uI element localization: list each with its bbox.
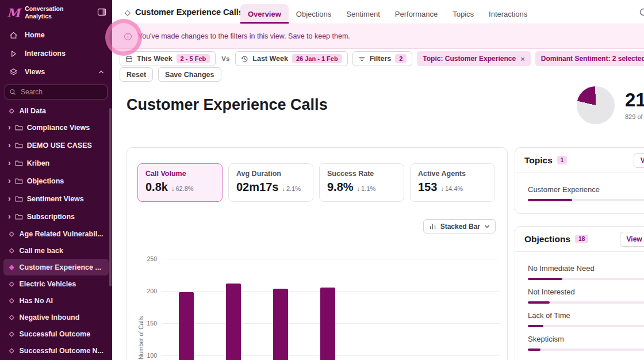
metric-value: 153 xyxy=(418,181,437,194)
refresh-icon[interactable] xyxy=(639,7,644,17)
tab-sentiment[interactable]: Sentiment xyxy=(339,4,388,24)
folder-subscriptions[interactable]: › Subscriptions xyxy=(0,208,112,225)
view-electric-vehicles[interactable]: ◇ Electric Vehicles xyxy=(0,275,112,292)
folder-icon xyxy=(15,159,23,167)
save-changes-button[interactable]: Save Changes xyxy=(158,67,221,82)
view-has-no-ai[interactable]: ◇ Has No AI xyxy=(0,292,112,309)
comparison-range-badge: 26 Jan - 1 Feb xyxy=(292,54,342,63)
sidebar-item-home[interactable]: Home xyxy=(0,26,112,44)
folder-objections[interactable]: › Objections xyxy=(0,172,112,190)
metrics-chart-panel: Call Volume 0.8k 62.8% Avg Duration 02m1… xyxy=(126,147,508,360)
metric-card-success-rate[interactable]: Success Rate 9.8% 1.1% xyxy=(319,163,404,202)
view-label: Successful Outcome xyxy=(19,330,90,338)
calendar-icon xyxy=(125,55,133,63)
chevron-up-icon[interactable] xyxy=(98,69,104,75)
view-successful-outcome[interactable]: ◇ Successful Outcome xyxy=(0,325,112,342)
topbar: ◇ Customer Experience Calls Overview Obj… xyxy=(112,0,644,24)
view-label: Has No AI xyxy=(19,297,53,305)
chip-label: Topic: Customer Experience xyxy=(423,55,516,63)
topics-panel-header: Topics 1 View Topics xyxy=(515,148,644,173)
metric-cards: Call Volume 0.8k 62.8% Avg Duration 02m1… xyxy=(137,163,495,202)
sidebar-item-interactions[interactable]: Interactions xyxy=(0,45,112,62)
filter-bar: This Week 2 - 5 Feb Vs Last Week 26 Jan … xyxy=(120,51,644,66)
bar-chart-icon xyxy=(429,223,436,230)
reset-button[interactable]: Reset xyxy=(120,67,153,82)
tab-topics[interactable]: Topics xyxy=(445,4,481,24)
y-tick-label: 250 xyxy=(147,255,157,262)
info-icon xyxy=(124,32,132,41)
sidebar-search xyxy=(5,85,108,99)
folder-kriben[interactable]: › Kriben xyxy=(0,154,112,172)
objection-item[interactable]: Skepticism xyxy=(528,335,644,351)
sidebar-item-all-data[interactable]: ◇ All Data xyxy=(0,103,112,118)
bar-segment[interactable] xyxy=(179,292,194,360)
diamond-icon: ◇ xyxy=(9,281,14,287)
objection-bar-track xyxy=(528,301,644,304)
folder-demo-use-cases[interactable]: › DEMO USE CASES xyxy=(0,136,112,154)
filters-button[interactable]: Filters 2 xyxy=(352,51,413,66)
folder-label: Subscriptions xyxy=(27,213,75,221)
metric-label: Active Agents xyxy=(418,170,487,178)
diamond-icon: ◇ xyxy=(9,247,14,254)
objection-item[interactable]: Lack of Time xyxy=(528,311,644,327)
topics-list: Customer Experience xyxy=(515,173,644,201)
topic-item[interactable]: Customer Experience xyxy=(528,185,644,201)
view-successful-outcome-n[interactable]: ◇ Successful Outcome N... xyxy=(0,342,112,359)
view-call-me-back[interactable]: ◇ Call me back xyxy=(0,242,112,259)
tab-bar: Overview Objections Sentiment Performanc… xyxy=(240,4,535,24)
diamond-icon: ◇ xyxy=(9,314,14,320)
view-negative-inbound[interactable]: ◇ Negative Inbound xyxy=(0,309,112,325)
search-icon xyxy=(9,89,16,95)
collapse-sidebar-icon[interactable] xyxy=(97,7,106,17)
comparison-range-picker[interactable]: Last Week 26 Jan - 1 Feb xyxy=(235,51,347,66)
objection-bar-fill xyxy=(528,278,562,280)
history-icon xyxy=(241,55,248,63)
objection-item[interactable]: No Immediate Need xyxy=(528,264,644,280)
metric-label: Avg Duration xyxy=(236,170,305,178)
gridline xyxy=(162,259,500,259)
tab-objections[interactable]: Objections xyxy=(289,4,339,24)
view-title-text: Customer Experience Calls xyxy=(135,7,243,17)
folder-label: Sentiment Views xyxy=(27,195,84,203)
view-age-related-vulnerability[interactable]: ◇ Age Related Vulnerabil... xyxy=(0,225,112,242)
tab-interactions[interactable]: Interactions xyxy=(481,4,535,24)
sidebar-item-label: Interactions xyxy=(25,49,66,58)
app-title-line2: Analytics xyxy=(25,13,63,20)
filter-icon xyxy=(358,55,366,63)
objections-panel: Objections 18 View Objections No Immedia… xyxy=(515,226,644,360)
objection-item[interactable]: Not Interested xyxy=(528,288,644,304)
app-brand: M Conversation Analytics xyxy=(0,0,112,25)
diamond-icon: ◇ xyxy=(9,297,14,304)
bar-segment[interactable] xyxy=(320,288,335,360)
tab-overview[interactable]: Overview xyxy=(240,4,289,24)
y-axis-ticks: 250200150100 xyxy=(142,259,157,360)
folder-label: Compliance Views xyxy=(27,124,90,132)
metric-card-active-agents[interactable]: Active Agents 153 14.4% xyxy=(410,163,495,202)
chart-type-label: Stacked Bar xyxy=(440,223,480,231)
folder-sentiment-views[interactable]: › Sentiment Views xyxy=(0,190,112,208)
view-customer-experience[interactable]: ◆ Customer Experience ... xyxy=(3,259,109,275)
metric-label: Call Volume xyxy=(145,170,214,178)
page-title: Customer Experience Calls xyxy=(126,96,328,114)
view-label: Successful Outcome N... xyxy=(19,347,103,355)
view-topics-button[interactable]: View Topics xyxy=(634,153,644,168)
objection-bar-fill xyxy=(528,301,550,304)
objection-label: Skepticism xyxy=(528,335,644,343)
tab-performance[interactable]: Performance xyxy=(388,4,445,24)
close-icon[interactable]: × xyxy=(520,55,525,63)
down-arrow-icon xyxy=(282,185,286,192)
folder-label: DEMO USE CASES xyxy=(27,141,92,150)
date-range-picker[interactable]: This Week 2 - 5 Feb xyxy=(120,51,216,66)
chart-type-select[interactable]: Stacked Bar xyxy=(423,219,496,233)
view-label: Call me back xyxy=(19,247,63,255)
folder-label: Kriben xyxy=(27,159,50,167)
metric-card-call-volume[interactable]: Call Volume 0.8k 62.8% xyxy=(137,163,223,202)
sidebar-scrollbar[interactable] xyxy=(109,108,112,286)
folder-compliance-views[interactable]: › Compliance Views xyxy=(0,118,112,136)
bar-segment[interactable] xyxy=(226,284,241,360)
view-objections-button[interactable]: View Objections xyxy=(620,232,644,247)
metric-card-avg-duration[interactable]: Avg Duration 02m17s 2.1% xyxy=(228,163,313,202)
search-input[interactable] xyxy=(5,85,108,99)
sidebar-item-views[interactable]: Views xyxy=(0,63,112,81)
bar-segment[interactable] xyxy=(273,289,288,360)
